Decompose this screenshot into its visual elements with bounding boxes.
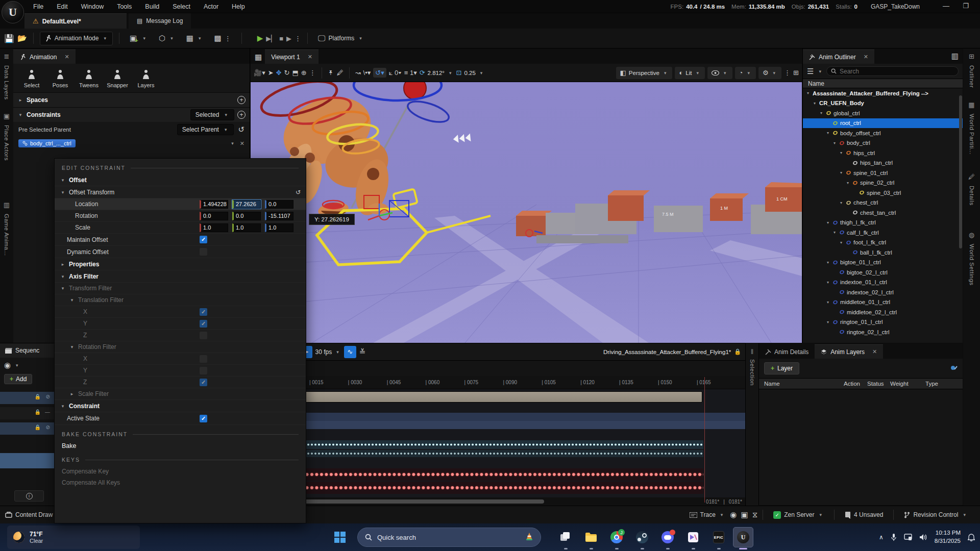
speaker-icon[interactable] xyxy=(919,534,927,541)
outliner-tab-icon[interactable]: ⊞ xyxy=(969,53,974,60)
layer-snap-icon[interactable]: ≡ 1▾ xyxy=(404,69,417,77)
tree-caret-icon[interactable]: ▾ xyxy=(827,320,832,324)
rotation-x-field[interactable]: 0.0 xyxy=(200,212,228,220)
offset-section[interactable]: ▾Offset xyxy=(55,174,306,186)
right-strip-world-settings[interactable]: World Settings xyxy=(969,244,975,286)
track-row[interactable]: 🔒⊘ xyxy=(0,392,54,404)
lock-icon[interactable]: 🔒 xyxy=(35,394,41,399)
outliner-tree-item[interactable]: spine_03_ctrl xyxy=(803,188,963,198)
range-end-label[interactable]: 0181* xyxy=(706,499,719,505)
constraint-section[interactable]: ▾Constraint xyxy=(55,400,306,412)
file-explorer-app[interactable] xyxy=(581,527,601,547)
col-action[interactable]: Action xyxy=(844,381,860,387)
columns-icon[interactable]: ▥ xyxy=(951,52,959,61)
unreal-engine-app[interactable]: U xyxy=(733,527,753,547)
taskbar-clock[interactable]: 10:13 PM 8/31/2025 xyxy=(935,529,961,545)
tree-caret-icon[interactable]: ▾ xyxy=(827,300,832,305)
outliner-tree-item[interactable]: ringtoe_02_l_ctrl xyxy=(803,327,963,337)
outliner-tree-item[interactable]: middletoe_02_l_ctrl xyxy=(803,307,963,317)
outliner-tree-item[interactable]: ▾Assassinate_Attacker_Buffered_Flying --… xyxy=(803,88,963,98)
rotation-z-checkbox[interactable]: ✓ xyxy=(200,379,207,386)
close-icon[interactable]: ✕ xyxy=(308,54,312,60)
outliner-tree-item[interactable]: indextoe_02_l_ctrl xyxy=(803,287,963,297)
timeline-scrollbar-thumb[interactable] xyxy=(289,499,544,504)
angle-snap-icon[interactable]: ⟀ 0▾ xyxy=(389,69,402,77)
curve-tool-icon[interactable]: ↝ xyxy=(355,69,361,77)
keyframe-row-red[interactable] xyxy=(271,482,703,494)
tree-caret-icon[interactable]: ▾ xyxy=(847,181,852,185)
taskbar-search[interactable]: Quick search xyxy=(357,528,541,547)
close-icon[interactable]: ✕ xyxy=(64,54,69,60)
compensate-all-keys-item[interactable]: Compensate All Keys xyxy=(55,477,306,488)
spaces-section-header[interactable]: ▸ Spaces + xyxy=(13,92,250,107)
game-anim-icon[interactable]: ▥ xyxy=(4,201,10,209)
chevron-down-icon[interactable]: ▾ xyxy=(231,141,234,146)
microphone-icon[interactable] xyxy=(891,533,897,541)
section-track-bar[interactable] xyxy=(271,391,702,403)
constraints-section-header[interactable]: ▾ Constraints Selected▾ + xyxy=(13,107,250,122)
add-space-icon[interactable]: + xyxy=(237,96,246,104)
compensate-key-item[interactable]: Compensate Key xyxy=(55,466,306,477)
tree-caret-icon[interactable]: ▾ xyxy=(820,111,826,115)
tree-caret-icon[interactable]: ▾ xyxy=(840,240,846,245)
right-strip-world-partition[interactable]: World Partiti... xyxy=(969,114,975,155)
start-button[interactable] xyxy=(330,527,350,547)
offset-transform-section[interactable]: ▾Offset Transform ↺ xyxy=(55,186,306,198)
outliner-tree-item[interactable]: ▾thigh_l_fk_ctrl xyxy=(803,218,963,228)
scale-z-field[interactable]: 1.0 xyxy=(265,223,293,232)
sequence-title[interactable]: Driving_Assassinate_Attacker_Buffered_Fl… xyxy=(603,349,731,355)
track-band[interactable] xyxy=(253,413,745,421)
anim-select-icon[interactable]: 🖈 xyxy=(328,69,334,77)
epic-games-app[interactable]: EPIC xyxy=(708,527,729,547)
col-type[interactable]: Type xyxy=(925,381,938,387)
left-strip-game-anim[interactable]: Game Anima... xyxy=(4,214,10,256)
maintain-offset-checkbox[interactable]: ✓ xyxy=(200,236,207,243)
outliner-name-header[interactable]: Name xyxy=(803,79,963,88)
cast-device-icon[interactable] xyxy=(904,534,912,541)
keyframe-row-teal[interactable] xyxy=(271,440,703,449)
kebab-icon[interactable]: ⋮ xyxy=(309,69,316,77)
col-name[interactable]: Name xyxy=(764,381,780,387)
outliner-tree-item[interactable]: root_ctrl xyxy=(803,118,963,129)
location-y-field[interactable]: 27.2626 xyxy=(232,200,261,209)
clipchamp-app[interactable] xyxy=(683,527,703,547)
translation-z-checkbox[interactable] xyxy=(200,332,207,339)
minimize-button[interactable]: — xyxy=(943,2,949,10)
browse-content-icon[interactable]: 📂 xyxy=(17,34,27,43)
constraint-item-row[interactable]: body_ctrl_..._ctrl ▾ ✕ xyxy=(13,137,250,149)
timeline-tracks[interactable] xyxy=(253,389,745,497)
path-tool-icon[interactable]: \•▾ xyxy=(363,69,371,77)
tree-caret-icon[interactable]: ▾ xyxy=(840,151,846,155)
col-status[interactable]: Status xyxy=(867,381,884,387)
outliner-search-input[interactable]: Search xyxy=(826,66,959,76)
minus-icon[interactable]: — xyxy=(45,409,50,415)
perspective-dropdown[interactable]: ◧Perspective▾ xyxy=(616,67,673,79)
menu-file[interactable]: File xyxy=(27,0,50,13)
right-strip-outliner[interactable]: Outliner xyxy=(969,65,975,88)
data-layers-icon[interactable]: ≣ xyxy=(4,53,10,60)
outliner-tree-item[interactable]: ▾bigtoe_01_l_ctrl xyxy=(803,258,963,268)
menu-edit[interactable]: Edit xyxy=(50,0,75,13)
add-layer-button[interactable]: +Layer xyxy=(764,362,799,374)
tool-tweens[interactable]: Tweens xyxy=(76,69,102,88)
select-parent-dropdown[interactable]: Select Parent▾ xyxy=(177,124,234,135)
tab-anim-layers[interactable]: Anim Layers ✕ xyxy=(815,344,883,359)
menu-tools[interactable]: Tools xyxy=(110,0,138,13)
rotate-snap-icon[interactable]: ⟳ xyxy=(420,69,425,77)
timeline-ruler[interactable]: | 0015| 0030| 0045| 0060| 0075| 0090| 01… xyxy=(253,376,745,389)
tab-anim-outliner[interactable]: Anim Outliner ✕ xyxy=(803,49,874,64)
screenshot-icon[interactable]: ▣ xyxy=(741,510,748,519)
unsaved-button[interactable]: 4 Unsaved xyxy=(840,511,888,518)
rotation-filter-section[interactable]: ▾Rotation Filter xyxy=(55,341,306,353)
location-x-field[interactable]: 1.494228 xyxy=(200,200,228,209)
platforms-dropdown[interactable]: 🖵 Platforms ▾ xyxy=(314,32,368,45)
selected-track-row[interactable] xyxy=(0,453,54,468)
curve-editor-button[interactable]: ∿ xyxy=(344,346,356,358)
outliner-tree-item[interactable]: ▾ringtoe_01_l_ctrl xyxy=(803,317,963,328)
add-track-button[interactable]: +Add xyxy=(4,374,32,384)
tab-default-level[interactable]: ⚠ DefaultLevel* xyxy=(24,13,127,29)
tool-select[interactable]: Select xyxy=(18,69,45,88)
chevron-down-icon[interactable]: ▾ xyxy=(819,69,821,74)
transform-filter-section[interactable]: ▾Transform Filter xyxy=(55,283,306,294)
add-constraint-icon[interactable]: + xyxy=(237,111,246,119)
